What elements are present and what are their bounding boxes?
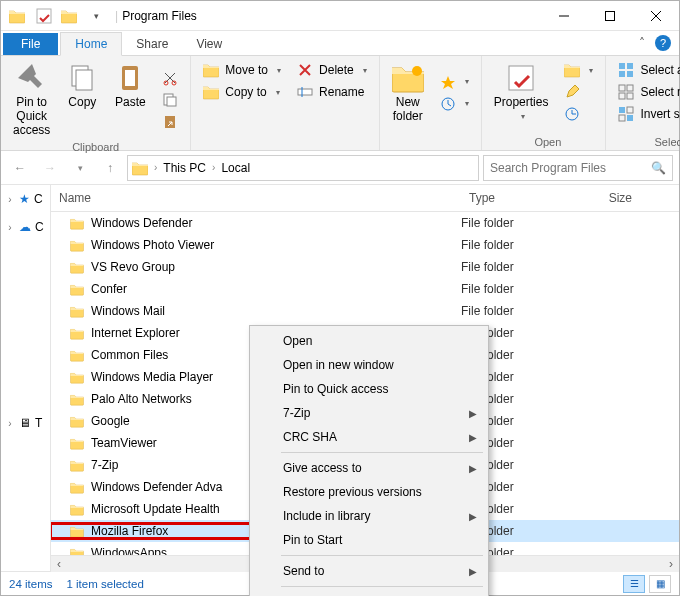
help-icon[interactable]: ?	[655, 35, 671, 51]
select-all-button[interactable]: Select all	[612, 60, 680, 80]
table-row[interactable]: Windows MailFile folder	[51, 300, 679, 322]
history-button[interactable]	[558, 104, 599, 124]
svg-rect-12	[298, 89, 312, 95]
column-name[interactable]: Name	[51, 185, 321, 211]
table-row[interactable]: Windows DefenderFile folder	[51, 212, 679, 234]
svg-rect-23	[627, 93, 633, 99]
ribbon-tabs: File Home Share View ˄ ?	[1, 31, 679, 56]
nav-up-button[interactable]: ↑	[97, 155, 123, 181]
search-icon: 🔍	[651, 161, 666, 175]
column-size[interactable]: Size	[581, 185, 641, 211]
tab-view[interactable]: View	[182, 33, 236, 55]
column-date[interactable]	[321, 185, 461, 211]
svg-rect-6	[125, 70, 135, 86]
qat-newfolder-icon[interactable]	[59, 5, 81, 27]
svg-rect-26	[619, 115, 625, 121]
copy-button[interactable]: Copy	[60, 60, 104, 139]
nav-back-button[interactable]: ←	[7, 155, 33, 181]
svg-rect-17	[627, 63, 633, 69]
pin-quick-access-button[interactable]: Pin to Quick access	[7, 60, 56, 139]
navigation-pane[interactable]: ›★C ›☁C ›🖥T	[1, 185, 51, 571]
search-input[interactable]: Search Program Files 🔍	[483, 155, 673, 181]
select-none-button[interactable]: Select none	[612, 82, 680, 102]
svg-rect-22	[619, 93, 625, 99]
paste-button[interactable]: Paste	[108, 60, 152, 139]
status-item-count: 24 items	[9, 578, 52, 590]
tab-file[interactable]: File	[3, 33, 58, 55]
group-label-new	[386, 134, 475, 148]
group-label-select: Select	[612, 134, 680, 148]
context-menu-item[interactable]: Send to▶	[253, 559, 485, 583]
nav-forward-button[interactable]: →	[37, 155, 63, 181]
context-menu-item[interactable]: Cut	[253, 590, 485, 596]
svg-rect-16	[619, 63, 625, 69]
properties-button[interactable]: Properties▾	[488, 60, 555, 124]
breadcrumb[interactable]: Local	[221, 161, 250, 175]
nav-onedrive[interactable]: ›☁C	[3, 217, 48, 237]
copy-to-button[interactable]: Copy to▾	[197, 82, 287, 102]
svg-rect-10	[167, 97, 176, 106]
status-selected-count: 1 item selected	[66, 578, 143, 590]
new-item-button[interactable]: ▾	[434, 72, 475, 92]
group-label-open: OOpen	[488, 134, 600, 148]
svg-rect-25	[627, 107, 633, 113]
move-to-button[interactable]: Move to▾	[197, 60, 287, 80]
svg-rect-4	[76, 70, 92, 90]
svg-rect-2	[606, 11, 615, 20]
view-large-icons-button[interactable]: ▦	[649, 575, 671, 593]
column-headers[interactable]: Name Type Size	[51, 185, 679, 212]
qat-dropdown-icon[interactable]: ▾	[85, 5, 107, 27]
group-label-organize	[197, 134, 372, 148]
svg-point-13	[412, 66, 422, 76]
invert-selection-button[interactable]: Invert selection	[612, 104, 680, 124]
nav-recent-button[interactable]: ▾	[67, 155, 93, 181]
nav-quick-access[interactable]: ›★C	[3, 189, 48, 209]
svg-rect-21	[627, 85, 633, 91]
minimize-button[interactable]	[541, 1, 587, 31]
maximize-button[interactable]	[587, 1, 633, 31]
table-row[interactable]: VS Revo GroupFile folder	[51, 256, 679, 278]
copy-path-small-button[interactable]	[156, 90, 184, 110]
column-type[interactable]: Type	[461, 185, 581, 211]
table-row[interactable]: ConferFile folder	[51, 278, 679, 300]
cut-small-button[interactable]	[156, 68, 184, 88]
breadcrumb[interactable]: This PC	[163, 161, 206, 175]
nav-this-pc[interactable]: ›🖥T	[3, 413, 48, 433]
context-menu-item[interactable]: Give access to▶	[253, 456, 485, 480]
view-details-button[interactable]: ☰	[623, 575, 645, 593]
context-menu-item[interactable]: Pin to Quick access	[253, 377, 485, 401]
svg-rect-24	[619, 107, 625, 113]
address-bar-row: ← → ▾ ↑ › This PC › Local Search Program…	[1, 151, 679, 185]
open-button[interactable]: ▾	[558, 60, 599, 80]
address-bar[interactable]: › This PC › Local	[127, 155, 479, 181]
context-menu-item[interactable]: Open in new window	[253, 353, 485, 377]
table-row[interactable]: Windows Photo ViewerFile folder	[51, 234, 679, 256]
svg-rect-18	[619, 71, 625, 77]
window-title: Program Files	[122, 9, 197, 23]
context-menu-item[interactable]: Restore previous versions	[253, 480, 485, 504]
svg-rect-20	[619, 85, 625, 91]
context-menu-item[interactable]: Open	[253, 329, 485, 353]
context-menu-item[interactable]: 7-Zip▶	[253, 401, 485, 425]
paste-shortcut-small-button[interactable]	[156, 112, 184, 132]
context-menu-item[interactable]: CRC SHA▶	[253, 425, 485, 449]
rename-button[interactable]: Rename	[291, 82, 373, 102]
tab-home[interactable]: Home	[60, 32, 122, 56]
tab-share[interactable]: Share	[122, 33, 182, 55]
context-menu-item[interactable]: Pin to Start	[253, 528, 485, 552]
title-bar: ▾ | Program Files	[1, 1, 679, 31]
close-button[interactable]	[633, 1, 679, 31]
qat-properties-icon[interactable]	[33, 5, 55, 27]
svg-rect-27	[627, 115, 633, 121]
context-menu-item[interactable]: Include in library▶	[253, 504, 485, 528]
ribbon: Pin to Quick access Copy Paste Clipboard	[1, 56, 679, 151]
svg-rect-19	[627, 71, 633, 77]
delete-button[interactable]: Delete▾	[291, 60, 373, 80]
edit-button[interactable]	[558, 82, 599, 102]
context-menu: OpenOpen in new windowPin to Quick acces…	[249, 325, 489, 596]
qat-folder-icon[interactable]	[7, 5, 29, 27]
new-folder-button[interactable]: New folder	[386, 60, 430, 126]
easy-access-button[interactable]: ▾	[434, 94, 475, 114]
ribbon-collapse-icon[interactable]: ˄	[639, 36, 645, 50]
